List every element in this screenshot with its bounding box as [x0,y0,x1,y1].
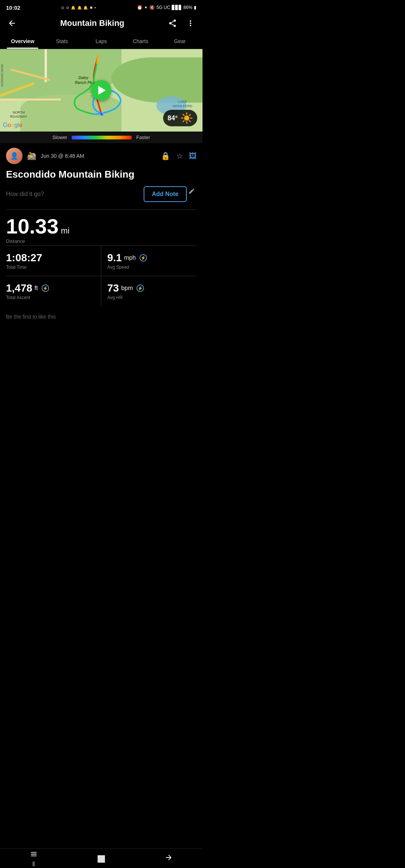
likes-text: Be the first to like this [6,314,56,320]
page-title: Mountain Biking [60,18,124,28]
avg-speed-info-icon[interactable]: ⚡ [140,254,147,262]
slower-label: Slower [52,135,68,140]
back-button[interactable] [6,17,18,29]
note-row: How did it go? Add Note [6,186,187,202]
total-ascent-label: Total Ascent [6,295,95,300]
signal-icon: ▊▊▊ [172,5,182,10]
divider-1 [6,210,196,210]
activity-meta-row: 👤 🚵 Jun 30 @ 8:48 AM 🔒 ☆ 🖼 [6,148,196,164]
distance-unit: mi [61,226,69,235]
app-bar: Mountain Biking [0,13,202,33]
distance-value-row: 10.33mi [6,216,196,237]
tabs-bar: Overview Stats Laps Charts Gear [0,33,202,49]
distance-value: 10.33 [6,214,58,238]
stat-avg-speed: 9.1 mph ⚡ Avg Speed [101,245,196,276]
activity-info: 👤 🚵 Jun 30 @ 8:48 AM 🔒 ☆ 🖼 Escondido Mou… [0,143,202,327]
total-time-label: Total Time [6,265,95,270]
avg-speed-value: 9.1 mph ⚡ [107,252,196,264]
activity-date: Jun 30 @ 8:48 AM [41,153,84,159]
sun-icon [181,112,193,124]
speed-legend: Slower Faster [0,132,202,143]
speed-gradient-bar [72,136,132,139]
total-ascent-unit: ft [34,285,38,292]
avg-hr-label: Avg HR [107,295,196,300]
ascent-info-icon[interactable]: ⚡ [42,284,49,292]
faster-label: Faster [136,135,150,140]
avg-hr-value: 73 bpm ⚡ [107,282,196,294]
activity-type-icon: 🚵 [27,151,36,160]
svg-line-7 [189,114,190,115]
add-note-button[interactable]: Add Note [144,186,187,202]
note-placeholder: How did it go? [6,191,44,198]
bluetooth-icon: ✶ [144,5,148,10]
play-icon [98,86,106,95]
tab-gear[interactable]: Gear [160,33,200,49]
weather-badge: 84° [163,110,197,126]
network-label: 5G UC [156,5,170,10]
share-button[interactable] [166,17,178,29]
distance-label: Distance [6,238,196,244]
tab-laps[interactable]: Laps [82,33,121,49]
avg-speed-unit: mph [124,254,136,261]
alarm-icon: ⏰ [137,5,142,10]
more-button[interactable] [184,17,196,29]
svg-point-0 [184,115,189,121]
status-icons: ⊙ ⊙ 🔔 🔔 🔔 ✖ • [61,6,96,10]
weather-temp: 84° [168,114,178,122]
hr-info-icon[interactable]: ⚡ [136,284,144,292]
google-logo: Google [3,122,22,129]
stats-grid: 1:08:27 Total Time 9.1 mph ⚡ Avg Speed 1… [6,245,196,306]
stat-total-time: 1:08:27 Total Time [6,245,101,276]
status-bar: 10:02 ⊙ ⊙ 🔔 🔔 🔔 ✖ • ⏰ ✶ 🔇 5G UC ▊▊▊ 86% … [0,0,202,13]
notification-icons: ⊙ ⊙ 🔔 🔔 🔔 ✖ • [61,6,96,10]
likes-row: Be the first to like this [6,306,196,324]
svg-line-5 [183,114,184,115]
avg-speed-label: Avg Speed [107,265,196,270]
photo-add-icon[interactable]: 🖼 [189,152,196,160]
stat-avg-hr: 73 bpm ⚡ Avg HR [101,276,196,306]
battery-icon: ▮ [194,5,196,10]
status-time: 10:02 [6,4,20,11]
stat-distance: 10.33mi Distance [6,216,196,244]
mute-icon: 🔇 [149,5,155,10]
avatar[interactable]: 👤 [6,148,22,164]
total-time-value: 1:08:27 [6,252,95,264]
avg-hr-unit: bpm [121,285,133,292]
tab-overview[interactable]: Overview [3,33,42,49]
tab-stats[interactable]: Stats [42,33,82,49]
battery-label: 86% [183,5,192,10]
meta-actions: 🔒 ☆ 🖼 [161,151,196,160]
play-button[interactable] [91,80,111,100]
edit-title-button[interactable] [187,186,196,196]
svg-line-8 [183,121,184,122]
title-row: Escondido Mountain Biking [6,169,196,180]
avatar-image: 👤 [6,148,22,164]
status-right: ⏰ ✶ 🔇 5G UC ▊▊▊ 86% ▮ [137,5,196,10]
app-bar-actions [166,17,196,29]
lock-icon[interactable]: 🔒 [161,151,170,160]
star-icon[interactable]: ☆ [176,151,183,160]
svg-line-6 [189,121,190,122]
tab-charts[interactable]: Charts [121,33,160,49]
activity-title: Escondido Mountain Biking [6,169,196,180]
total-ascent-value: 1,478 ft ⚡ [6,282,95,294]
stat-total-ascent: 1,478 ft ⚡ Total Ascent [6,276,101,306]
map-view[interactable]: DaleyRanch Pk LAKEWOHLFORD NORTHROADWAY … [0,49,202,132]
